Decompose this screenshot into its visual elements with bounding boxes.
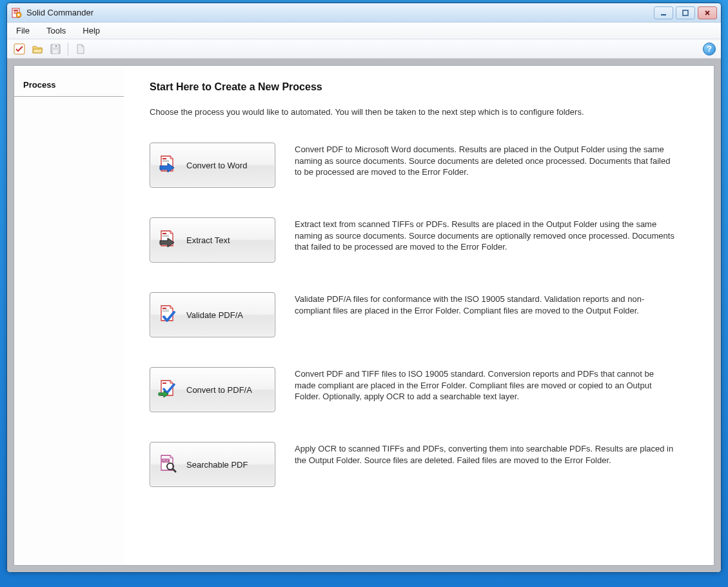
validate-pdfa-label: Validate PDF/A [186,310,243,320]
svg-rect-20 [162,311,169,312]
svg-line-25 [173,469,176,472]
svg-rect-18 [162,308,166,309]
validate-pdfa-button[interactable]: Validate PDF/A [150,292,275,337]
convert-to-word-button[interactable]: Convert to Word [150,143,275,188]
extract-text-description: Extract text from scanned TIFFs or PDFs.… [295,217,675,253]
convert-to-word-icon [157,154,180,177]
svg-rect-17 [162,236,169,237]
convert-to-word-label: Convert to Word [186,161,247,170]
validate-pdfa-icon [157,303,180,326]
convert-to-pdfa-description: Convert PDF and TIFF files to ISO 19005 … [295,367,675,403]
toolbar-separator [68,43,68,55]
sidebar: Process [14,66,124,565]
toolbar-options-icon[interactable] [12,42,26,56]
svg-rect-16 [162,235,169,235]
svg-rect-1 [14,10,18,11]
window-controls [654,6,717,19]
extract-text-label: Extract Text [186,235,230,245]
app-window: Solid Commander File Tools Help [6,3,722,573]
convert-to-pdfa-icon [157,378,180,401]
content-area: Process Start Here to Create a New Proce… [14,65,714,566]
process-row-convert-to-word: Convert to Word Convert PDF to Microsoft… [150,143,688,188]
svg-rect-10 [53,50,58,54]
content-frame: Process Start Here to Create a New Proce… [7,59,721,572]
page-subtitle: Choose the process you would like to aut… [150,107,688,117]
convert-to-pdfa-label: Convert to PDF/A [186,385,252,395]
svg-rect-15 [162,233,166,234]
process-row-validate-pdfa: Validate PDF/A Validate PDF/A files for … [150,292,688,337]
menu-tools[interactable]: Tools [44,25,68,37]
minimize-button[interactable] [654,6,673,19]
toolbar: ? [7,39,721,59]
svg-text:PDF: PDF [162,459,169,463]
toolbar-document-icon[interactable] [74,42,88,56]
close-button[interactable] [698,6,717,19]
convert-to-pdfa-button[interactable]: Convert to PDF/A [150,367,275,412]
extract-text-icon [157,228,180,252]
svg-rect-19 [162,310,169,310]
svg-rect-21 [162,383,166,384]
app-icon [11,7,23,19]
menu-file[interactable]: File [14,25,32,37]
sidebar-item-process[interactable]: Process [14,76,124,97]
searchable-pdf-description: Apply OCR to scanned TIFFs and PDFs, con… [295,442,675,466]
process-row-extract-text: Extract Text Extract text from scanned T… [150,217,688,263]
titlebar: Solid Commander [7,3,721,23]
menubar: File Tools Help [7,23,721,39]
svg-rect-2 [14,12,18,12]
searchable-pdf-label: Searchable PDF [186,460,248,470]
toolbar-open-folder-icon[interactable] [30,42,44,56]
svg-rect-12 [162,158,166,159]
menu-help[interactable]: Help [80,25,103,37]
toolbar-save-icon[interactable] [48,42,63,56]
validate-pdfa-description: Validate PDF/A files for conformance wit… [295,292,675,316]
convert-to-word-description: Convert PDF to Microsoft Word documents.… [295,143,675,178]
toolbar-help-icon[interactable]: ? [703,43,716,55]
svg-rect-14 [162,161,169,162]
maximize-button[interactable] [676,6,695,19]
process-row-convert-to-pdfa: Convert to PDF/A Convert PDF and TIFF fi… [150,367,688,412]
svg-rect-5 [661,14,666,15]
process-row-searchable-pdf: PDF Searchable PDF Apply OCR to scanned … [150,442,688,487]
page-heading: Start Here to Create a New Process [150,81,688,93]
searchable-pdf-button[interactable]: PDF Searchable PDF [150,442,275,487]
svg-rect-11 [55,45,57,47]
window-title: Solid Commander [26,8,654,17]
main-panel: Start Here to Create a New Process Choos… [124,66,714,565]
svg-rect-6 [683,10,688,15]
searchable-pdf-icon: PDF [157,453,180,476]
extract-text-button[interactable]: Extract Text [150,217,275,263]
svg-rect-13 [162,160,169,161]
